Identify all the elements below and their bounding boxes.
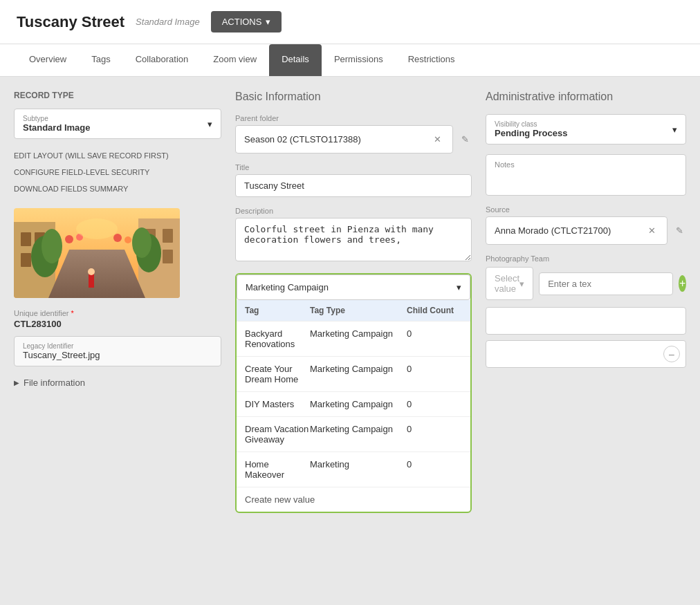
configure-security-link[interactable]: CONFIGURE FIELD-LEVEL SECURITY (14, 164, 221, 180)
photography-select[interactable]: Select value ▾ (486, 267, 533, 300)
legacy-id-label: Legacy Identifier (23, 342, 212, 350)
svg-rect-2 (21, 232, 31, 246)
notes-label: Notes (495, 160, 677, 169)
file-info-label: File information (24, 378, 85, 388)
create-new-value-row[interactable]: Create new value (237, 487, 470, 512)
required-marker: * (71, 309, 74, 317)
tab-overview[interactable]: Overview (17, 44, 79, 76)
tab-zoom-view[interactable]: Zoom view (201, 44, 269, 76)
visibility-class-dropdown[interactable]: Visibility class Pending Process ▾ (486, 114, 686, 145)
svg-rect-10 (163, 250, 173, 263)
subtype-label: Subtype (23, 115, 91, 122)
description-label: Description (235, 207, 472, 215)
unique-id-value: CTL283100 (14, 319, 221, 329)
admin-info-title: Administrative information (486, 91, 686, 103)
svg-point-15 (132, 227, 151, 258)
tab-bar: Overview Tags Collaboration Zoom view De… (0, 44, 700, 77)
chevron-down-icon: ▾ (266, 17, 270, 27)
svg-point-21 (88, 268, 95, 275)
legacy-id-box: Legacy Identifier Tuscany_Street.jpg (14, 336, 221, 366)
parent-folder-value: Season 02 (CTLSTO117388) ✕ (235, 125, 453, 153)
title-field: Title (235, 163, 472, 197)
svg-rect-8 (163, 229, 173, 243)
tag-table-header: Tag Tag Type Child Count (237, 300, 470, 321)
chevron-down-icon: ▾ (672, 124, 677, 135)
tab-tags[interactable]: Tags (79, 44, 122, 76)
svg-rect-4 (21, 253, 31, 267)
tab-details[interactable]: Details (269, 44, 322, 76)
basic-info-title: Basic Information (235, 91, 472, 103)
description-field: Description (235, 207, 472, 263)
visibility-label: Visibility class (495, 120, 567, 128)
page-header: Tuscany Street Standard Image ACTIONS ▾ (0, 0, 700, 44)
table-row[interactable]: DIY Masters Marketing Campaign 0 (237, 391, 470, 416)
edit-source-button[interactable]: ✎ (673, 223, 686, 239)
description-textarea[interactable] (235, 218, 472, 261)
left-panel: Record type Subtype Standard Image ▾ EDI… (14, 91, 221, 547)
legacy-id-value: Tuscany_Street.jpg (23, 350, 212, 360)
svg-rect-20 (89, 274, 94, 288)
parent-folder-field: Parent folder Season 02 (CTLSTO117388) ✕… (235, 114, 472, 153)
edit-layout-link[interactable]: EDIT LAYOUT (WILL SAVE RECORD FIRST) (14, 147, 221, 164)
clear-source-button[interactable]: ✕ (645, 223, 658, 239)
chevron-right-icon: ▶ (14, 379, 19, 387)
remove-photography-button[interactable]: – (663, 346, 680, 362)
source-value: Anna Morado (CTLCT21700) ✕ (486, 216, 667, 245)
tab-restrictions[interactable]: Restrictions (396, 44, 468, 76)
middle-panel: Basic Information Parent folder Season 0… (235, 91, 472, 547)
subtype-value: Standard Image (23, 122, 91, 133)
record-type-title: Record type (14, 91, 221, 100)
photography-text-input[interactable] (539, 272, 673, 295)
add-photography-button[interactable]: + (679, 275, 686, 292)
asset-thumbnail (14, 208, 180, 298)
marketing-campaign-dropdown: Marketing Campaign ▾ Tag Tag Type Child … (235, 273, 472, 513)
chevron-down-icon: ▾ (208, 119, 212, 129)
download-fields-link[interactable]: DOWNLOAD FIELDS SUMMARY (14, 180, 221, 197)
source-label: Source (486, 205, 686, 214)
photography-row-2: – (486, 340, 686, 368)
photography-row-1 (486, 307, 686, 335)
page-title: Tuscany Street (17, 13, 125, 31)
chevron-down-icon: ▾ (457, 282, 461, 292)
subtype-dropdown[interactable]: Subtype Standard Image ▾ (14, 109, 221, 139)
actions-button[interactable]: ACTIONS ▾ (211, 11, 282, 32)
marketing-campaign-select[interactable]: Marketing Campaign ▾ (237, 274, 470, 300)
tab-collaboration[interactable]: Collaboration (123, 44, 201, 76)
edit-parent-folder-button[interactable]: ✎ (459, 131, 472, 147)
table-row[interactable]: Backyard Renovations Marketing Campaign … (237, 321, 470, 356)
table-row[interactable]: Home Makeover Marketing 0 (237, 452, 470, 487)
svg-point-18 (113, 234, 122, 242)
notes-box: Notes (486, 154, 686, 196)
unique-id-label: Unique identifier * (14, 309, 221, 317)
svg-point-13 (42, 229, 62, 263)
table-row[interactable]: Create Your Dream Home Marketing Campaig… (237, 356, 470, 391)
source-field: Source Anna Morado (CTLCT21700) ✕ ✎ (486, 205, 686, 245)
svg-point-19 (125, 236, 131, 243)
title-input[interactable] (235, 174, 472, 197)
tab-permissions[interactable]: Permissions (322, 44, 396, 76)
photography-team-field: Photography Team Select value ▾ + (486, 254, 686, 300)
svg-point-16 (65, 235, 73, 243)
page-subtitle: Standard Image (136, 17, 200, 27)
right-panel: Administrative information Visibility cl… (486, 91, 686, 547)
file-information-row[interactable]: ▶ File information (14, 378, 221, 388)
svg-point-22 (76, 218, 118, 239)
parent-folder-label: Parent folder (235, 114, 472, 122)
title-label: Title (235, 163, 472, 171)
table-row[interactable]: Dream Vacation Giveaway Marketing Campai… (237, 416, 470, 452)
chevron-down-icon: ▾ (519, 279, 524, 289)
visibility-value: Pending Process (495, 128, 567, 138)
photography-team-label: Photography Team (486, 254, 686, 263)
clear-parent-folder-button[interactable]: ✕ (431, 131, 444, 147)
main-content: Record type Subtype Standard Image ▾ EDI… (0, 77, 700, 561)
